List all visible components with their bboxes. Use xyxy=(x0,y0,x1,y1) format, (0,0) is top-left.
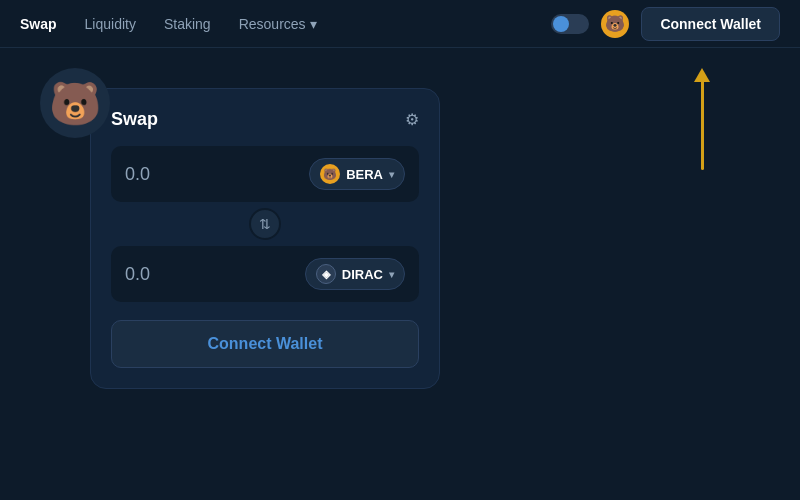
nav-liquidity[interactable]: Liquidity xyxy=(85,16,136,32)
from-token-row: 0.0 🐻 BERA ▾ xyxy=(111,146,419,202)
from-token-name: BERA xyxy=(346,167,383,182)
swap-title: Swap xyxy=(111,109,158,130)
settings-icon[interactable]: ⚙ xyxy=(405,110,419,129)
main-content: 🐻 Swap ⚙ 0.0 🐻 BERA ▾ ⇅ 0.0 ◈ xyxy=(0,48,800,500)
navigation: Swap Liquidity Staking Resources ▾ 🐻 Con… xyxy=(0,0,800,48)
bera-token-icon: 🐻 xyxy=(320,164,340,184)
toggle-knob xyxy=(553,16,569,32)
arrow-line xyxy=(701,80,704,170)
mascot: 🐻 xyxy=(40,68,110,138)
nav-swap[interactable]: Swap xyxy=(20,16,57,32)
chevron-down-icon: ▾ xyxy=(310,16,317,32)
nav-avatar[interactable]: 🐻 xyxy=(601,10,629,38)
connect-wallet-card-button[interactable]: Connect Wallet xyxy=(111,320,419,368)
to-token-chevron: ▾ xyxy=(389,269,394,280)
nav-resources[interactable]: Resources ▾ xyxy=(239,16,317,32)
to-token-name: DIRAC xyxy=(342,267,383,282)
to-amount[interactable]: 0.0 xyxy=(125,264,150,285)
connect-wallet-nav-button[interactable]: Connect Wallet xyxy=(641,7,780,41)
from-token-chevron: ▾ xyxy=(389,169,394,180)
avatar-icon: 🐻 xyxy=(605,14,625,33)
theme-toggle[interactable] xyxy=(551,14,589,34)
swap-arrows-icon: ⇅ xyxy=(259,216,271,232)
to-token-selector[interactable]: ◈ DIRAC ▾ xyxy=(305,258,405,290)
mascot-image: 🐻 xyxy=(40,68,110,138)
from-amount[interactable]: 0.0 xyxy=(125,164,150,185)
swap-card: Swap ⚙ 0.0 🐻 BERA ▾ ⇅ 0.0 ◈ DIRAC ▾ xyxy=(90,88,440,389)
nav-right: 🐻 Connect Wallet xyxy=(551,7,780,41)
dirac-token-icon: ◈ xyxy=(316,264,336,284)
to-token-row: 0.0 ◈ DIRAC ▾ xyxy=(111,246,419,302)
swap-direction-wrap: ⇅ xyxy=(111,208,419,240)
swap-card-header: Swap ⚙ xyxy=(111,109,419,130)
swap-direction-button[interactable]: ⇅ xyxy=(249,208,281,240)
arrow-annotation xyxy=(694,68,710,170)
from-token-selector[interactable]: 🐻 BERA ▾ xyxy=(309,158,405,190)
nav-links: Swap Liquidity Staking Resources ▾ xyxy=(20,16,551,32)
nav-staking[interactable]: Staking xyxy=(164,16,211,32)
